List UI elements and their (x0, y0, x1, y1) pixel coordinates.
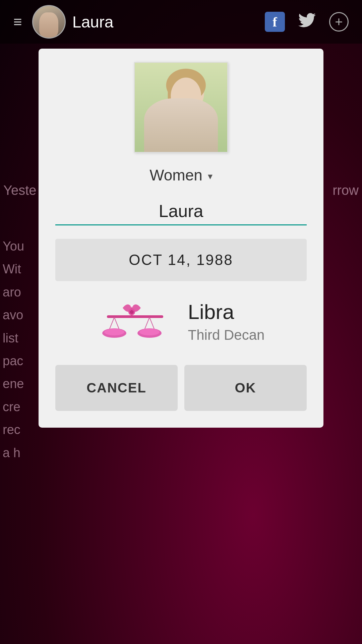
svg-point-16 (104, 329, 124, 335)
svg-line-13 (144, 317, 149, 330)
zodiac-section: Libra Third Decan (55, 298, 307, 345)
gender-selector[interactable]: Women ▾ (149, 166, 213, 184)
action-buttons: CANCEL OK (55, 365, 307, 411)
profile-photo-image (135, 63, 227, 152)
gender-label: Women (149, 166, 202, 184)
svg-line-14 (149, 317, 155, 330)
svg-point-5 (171, 77, 201, 114)
svg-point-18 (139, 329, 160, 335)
gender-arrow-icon: ▾ (208, 171, 213, 182)
modal-backdrop: Women ▾ OCT 14, 1988 (0, 0, 362, 644)
svg-line-12 (114, 317, 119, 330)
zodiac-decan: Third Decan (188, 327, 265, 343)
date-button[interactable]: OCT 14, 1988 (55, 239, 307, 281)
zodiac-info: Libra Third Decan (188, 300, 265, 343)
zodiac-name: Libra (188, 300, 265, 324)
libra-icon (98, 298, 171, 345)
svg-point-6 (156, 119, 216, 152)
ok-button[interactable]: OK (184, 365, 307, 411)
name-input[interactable] (55, 198, 307, 224)
svg-line-11 (109, 317, 114, 330)
svg-rect-8 (107, 315, 163, 318)
svg-point-19 (130, 305, 133, 308)
modal-dialog: Women ▾ OCT 14, 1988 (39, 49, 323, 428)
profile-photo[interactable] (134, 62, 228, 153)
cancel-button[interactable]: CANCEL (55, 365, 178, 411)
name-input-wrapper (55, 198, 307, 225)
